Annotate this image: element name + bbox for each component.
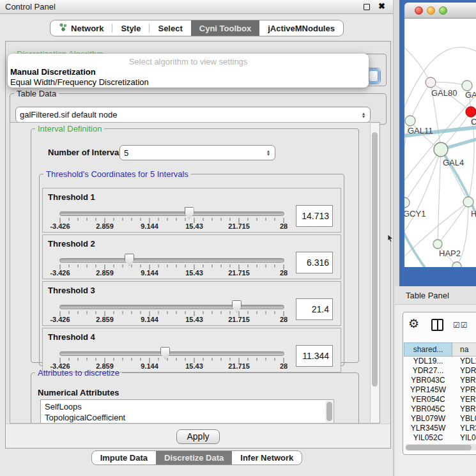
tab-style[interactable]: Style	[112, 20, 149, 36]
network-node[interactable]	[452, 262, 461, 267]
mouse-cursor	[387, 234, 394, 243]
zoom-traffic-light-icon[interactable]	[439, 6, 447, 15]
tab-cyni-toolbox[interactable]: Cyni Toolbox	[191, 20, 259, 36]
table-row[interactable]: YBL079WYBL0	[404, 414, 476, 424]
node-label: GCY1	[404, 209, 426, 219]
table-row[interactable]: YER054CYER0	[404, 395, 476, 404]
node-label: C	[471, 117, 476, 127]
close-traffic-light-icon[interactable]	[415, 6, 423, 15]
column-header-name[interactable]: na	[452, 342, 476, 357]
table-row[interactable]: YPR145WYPR1	[404, 385, 476, 395]
window-title: Control Panel	[5, 2, 56, 12]
table-data-combobox[interactable]: galFiltered.sif default node ▴▾	[15, 107, 371, 123]
algorithm-dropdown-popup: Select algorithm to view settings Manual…	[8, 54, 369, 88]
network-node[interactable]	[466, 107, 476, 117]
number-of-intervals-combobox[interactable]: 5 ▴▾	[119, 145, 275, 160]
table-row[interactable]: YLR345WYLR3	[404, 424, 476, 433]
table-row[interactable]: YIL052CYIL0	[404, 433, 476, 441]
popup-option-equal-width[interactable]: Equal Width/Frequency Discretization	[10, 77, 149, 87]
table-data-value: galFiltered.sif default node	[20, 110, 117, 119]
threshold-3-slider-track[interactable]	[59, 305, 284, 309]
list-scrollbar[interactable]	[325, 401, 333, 424]
tab-group: Network Style Select Cyni Toolbox jActiv…	[50, 20, 344, 36]
tick-label: 2.859	[96, 316, 114, 323]
tab-infer-network[interactable]: Infer Network	[232, 451, 302, 464]
table-row[interactable]: YDR27...YDR2	[404, 366, 476, 376]
tick-label: -3.426	[50, 269, 70, 277]
interval-definition-group: Interval Definition Number of Intervals …	[31, 124, 359, 363]
tab-jactivemnodules[interactable]: jActiveMNodules	[259, 20, 343, 36]
tab-impute-data[interactable]: Impute Data	[92, 451, 156, 464]
threshold-1-slider-track[interactable]	[59, 211, 284, 216]
minimize-traffic-light-icon[interactable]	[427, 6, 435, 15]
tick-label: 28	[280, 222, 288, 230]
cell: YBL0	[452, 414, 476, 424]
tab-network[interactable]: Network	[50, 20, 112, 36]
network-node[interactable]	[434, 142, 448, 157]
tab-jactivemnodules-label: jActiveMNodules	[268, 24, 335, 33]
gear-icon[interactable]: ⚙	[408, 316, 419, 331]
numerical-attributes-label: Numerical Attributes	[38, 388, 119, 397]
panel-scrollbar[interactable]	[370, 123, 379, 422]
table-horizontal-scrollbar[interactable]	[405, 444, 476, 450]
cell: YPR145W	[404, 385, 452, 395]
list-item[interactable]: TopologicalCoefficient	[41, 412, 334, 423]
network-node[interactable]	[426, 77, 436, 88]
tab-select-label: Select	[158, 24, 182, 33]
threshold-4-value-field[interactable]: 11.344	[296, 345, 333, 367]
tab-select[interactable]: Select	[150, 20, 190, 36]
tick-label: 15.43	[185, 222, 203, 230]
attributes-group: Attributes to discretize Numerical Attri…	[31, 368, 359, 424]
tick-label: 15.43	[185, 269, 203, 277]
spinner-arrows-icon: ▴▾	[362, 112, 366, 118]
network-node[interactable]	[463, 197, 473, 207]
threshold-3-value-field[interactable]: 21.4	[296, 298, 333, 320]
column-header-shared-name[interactable]: shared...	[404, 342, 452, 357]
table-panel-titlebar[interactable]: Table Panel	[395, 286, 476, 305]
window-titlebar[interactable]: Control Panel ✖	[0, 0, 393, 14]
network-node[interactable]	[404, 197, 410, 208]
tick-label: 21.715	[228, 222, 250, 230]
bottom-tab-group: Impute Data Discretize Data Infer Networ…	[91, 450, 303, 465]
threshold-2-slider-track[interactable]	[59, 258, 284, 263]
interval-definition-legend: Interval Definition	[35, 124, 104, 134]
column-layout-icon[interactable]	[431, 319, 443, 331]
network-node[interactable]	[405, 116, 415, 126]
table-header-row: shared... na	[404, 342, 476, 357]
combobox-arrow-button[interactable]	[369, 70, 378, 82]
table-row[interactable]: YBR045CYBR0	[404, 404, 476, 414]
cell: YBR0	[452, 404, 476, 414]
apply-button[interactable]: Apply	[176, 429, 220, 444]
tab-discretize-data[interactable]: Discretize Data	[156, 451, 232, 464]
top-tab-bar: Network Style Select Cyni Toolbox jActiv…	[0, 20, 394, 36]
threshold-1-value-field[interactable]: 14.713	[296, 205, 333, 227]
list-item[interactable]: SelfLoops	[41, 401, 334, 412]
cell: YDR2	[452, 366, 476, 376]
select-columns-icon[interactable]: ☑☑	[453, 321, 468, 330]
table-row[interactable]: YBR043CYBR0	[404, 376, 476, 385]
node-label: GA	[465, 90, 476, 100]
popup-option-manual-discretization[interactable]: Manual Discretization	[10, 67, 96, 77]
table-row[interactable]: YDL19...YDL1	[404, 357, 476, 366]
cell: YPR1	[452, 385, 476, 395]
threshold-4-slider-track[interactable]	[59, 351, 284, 356]
cell: YDL19...	[404, 357, 452, 366]
float-window-icon[interactable]	[364, 4, 370, 10]
threshold-1-row: Threshold 1 -3.4262.8599.14415.4321.7152…	[42, 188, 341, 233]
tick-label: 2.859	[96, 222, 114, 230]
network-node[interactable]	[433, 240, 442, 249]
tick-label: 21.715	[228, 316, 250, 323]
attributes-list[interactable]: SelfLoops TopologicalCoefficient Between…	[40, 399, 334, 424]
threshold-1-label: Threshold 1	[48, 192, 95, 202]
network-view-window: GAL80GACGAL11GAL4GCY1HHAP2	[399, 0, 476, 286]
table-panel-title: Table Panel	[406, 291, 449, 300]
node-label: HAP2	[439, 249, 461, 258]
network-window-titlebar[interactable]	[404, 3, 476, 19]
number-of-intervals-label: Number of Intervals	[48, 148, 126, 157]
threshold-2-value-field[interactable]: 6.316	[296, 252, 333, 273]
network-icon	[59, 23, 67, 34]
network-canvas[interactable]: GAL80GACGAL11GAL4GCY1HHAP2	[404, 19, 476, 267]
cell: YIL0	[452, 433, 476, 441]
network-node[interactable]	[462, 81, 472, 91]
close-icon[interactable]: ✖	[378, 1, 385, 11]
